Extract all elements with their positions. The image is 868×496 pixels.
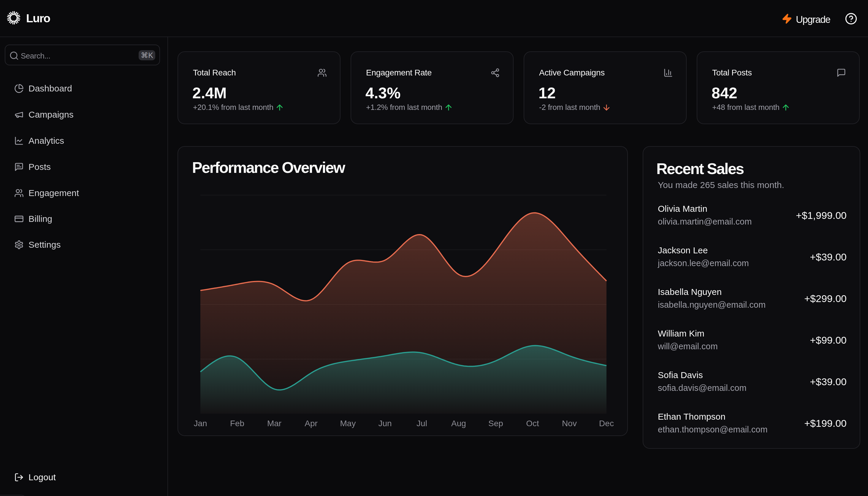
svg-text:May: May xyxy=(340,419,356,428)
svg-text:Mar: Mar xyxy=(267,419,282,428)
svg-text:Feb: Feb xyxy=(230,419,244,428)
svg-text:Jan: Jan xyxy=(194,419,207,428)
svg-text:Aug: Aug xyxy=(451,419,466,428)
svg-text:Oct: Oct xyxy=(526,419,539,428)
svg-text:Sep: Sep xyxy=(488,419,503,428)
svg-text:Dec: Dec xyxy=(599,419,614,428)
svg-text:Jul: Jul xyxy=(417,419,427,428)
svg-text:Jun: Jun xyxy=(378,419,391,428)
svg-text:Nov: Nov xyxy=(562,419,577,428)
svg-text:Apr: Apr xyxy=(305,419,318,428)
